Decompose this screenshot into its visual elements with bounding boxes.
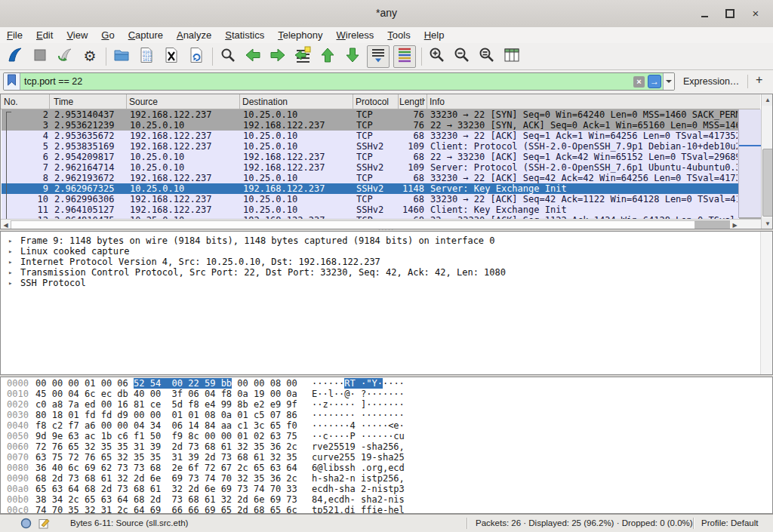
- detail-tree-item[interactable]: ▸Transmission Control Protocol, Src Port…: [1, 267, 756, 278]
- intelligent-scrollbar-minimap[interactable]: [738, 109, 762, 218]
- filter-bookmark-button[interactable]: [4, 73, 20, 90]
- hex-ascii-column[interactable]: rve25519 -sha256,: [312, 441, 405, 452]
- hex-row[interactable]: 003080 18 01 fd fd d9 00 00 01 01 08 0a …: [1, 410, 756, 420]
- save-file-button[interactable]: 010101101011: [136, 46, 157, 67]
- hex-ascii-column[interactable]: ······RT ·"Y·····: [312, 378, 405, 389]
- hex-byte-column[interactable]: 72 76 65 32 35 35 31 39 2d 73 68 61 32 3…: [35, 441, 297, 452]
- column-separator[interactable]: [398, 94, 399, 109]
- hex-row[interactable]: 000000 00 00 01 00 06 52 54 00 22 59 bb …: [1, 378, 756, 389]
- hex-ascii-column[interactable]: ··z····· ]·······: [312, 399, 405, 410]
- hex-byte-column[interactable]: 9d 9e 63 ac 1b c6 f1 50 f9 8c 00 00 01 0…: [35, 431, 297, 441]
- vscrollbar-thumb[interactable]: [762, 149, 773, 217]
- packet-row[interactable]: 92.96296732510.25.0.10192.168.122.237SSH…: [2, 183, 738, 194]
- start-capture-button[interactable]: [5, 46, 26, 67]
- hex-row[interactable]: 008036 40 6c 69 62 73 73 68 2e 6f 72 67 …: [1, 463, 756, 473]
- status-profile[interactable]: Profile: Default: [701, 518, 758, 527]
- capture-comment-icon[interactable]: [38, 518, 50, 532]
- menu-file[interactable]: File: [0, 27, 29, 41]
- hscrollbar-thumb[interactable]: [11, 220, 695, 229]
- menu-analyze[interactable]: Analyze: [170, 27, 218, 41]
- hex-ascii-column[interactable]: curve255 19-sha25: [312, 452, 405, 463]
- hex-ascii-column[interactable]: ·······4 ·····<e·: [312, 420, 405, 431]
- close-button[interactable]: ×: [746, 6, 765, 21]
- hex-byte-column[interactable]: 80 18 01 fd fd d9 00 00 01 01 08 0a 01 c…: [35, 410, 297, 420]
- menu-help[interactable]: Help: [417, 27, 451, 41]
- zoom-out-button[interactable]: [451, 46, 473, 67]
- filter-history-dropdown[interactable]: [663, 73, 674, 90]
- menu-tools[interactable]: Tools: [380, 27, 417, 41]
- menu-telephony[interactable]: Telephony: [271, 27, 329, 41]
- scroll-up-arrow[interactable]: ▲: [762, 94, 773, 106]
- packet-row[interactable]: 62.95420981710.25.0.10192.168.122.237TCP…: [2, 152, 738, 162]
- detail-tree-item[interactable]: ▸Linux cooked capture: [1, 246, 756, 257]
- column-header-length[interactable]: Length: [399, 97, 425, 107]
- column-separator[interactable]: [126, 94, 127, 109]
- menu-go[interactable]: Go: [94, 27, 121, 41]
- scroll-left-arrow[interactable]: ◀: [1, 220, 11, 229]
- hex-byte-column[interactable]: 38 34 2c 65 63 64 68 2d 73 68 61 32 2d 6…: [35, 494, 297, 505]
- details-scrollbar-trough[interactable]: [760, 232, 772, 374]
- scroll-down-arrow[interactable]: ▼: [762, 218, 773, 229]
- hex-ascii-column[interactable]: 84,ecdh- sha2-nis: [312, 494, 405, 505]
- hex-row[interactable]: 00b038 34 2c 65 63 64 68 2d 73 68 61 32 …: [1, 494, 756, 505]
- hex-byte-column[interactable]: 63 75 72 76 65 32 35 35 31 39 2d 73 68 6…: [35, 452, 297, 463]
- hex-byte-column[interactable]: 74 70 35 32 31 2c 64 69 66 66 69 65 2d 6…: [35, 505, 297, 514]
- expand-arrow-icon[interactable]: ▸: [8, 235, 12, 246]
- expand-arrow-icon[interactable]: ▸: [8, 267, 12, 278]
- detail-tree-item[interactable]: ▸SSH Protocol: [1, 278, 756, 288]
- go-forward-button[interactable]: [267, 46, 288, 67]
- hex-row[interactable]: 007063 75 72 76 65 32 35 35 31 39 2d 73 …: [1, 452, 756, 463]
- restart-capture-button[interactable]: [54, 46, 75, 67]
- packet-row[interactable]: 32.95362123910.25.0.10192.168.122.237TCP…: [2, 120, 738, 131]
- display-filter-field[interactable]: tcp.port == 22 × →: [3, 72, 675, 91]
- close-file-button[interactable]: [161, 46, 182, 67]
- capture-options-button[interactable]: ⚙: [79, 46, 100, 67]
- hex-ascii-column[interactable]: ecdh-sha 2-nistp3: [312, 484, 405, 494]
- zoom-in-button[interactable]: [427, 46, 448, 67]
- hex-ascii-column[interactable]: 6@libssh .org,ecd: [312, 463, 405, 473]
- maximize-button[interactable]: [720, 6, 740, 21]
- filter-clear-button[interactable]: ×: [633, 76, 645, 88]
- column-separator[interactable]: [427, 94, 427, 109]
- expand-arrow-icon[interactable]: ▸: [8, 246, 12, 257]
- hex-ascii-column[interactable]: ··c····P ······cu: [312, 431, 405, 441]
- packet-row[interactable]: 112.964105127192.168.122.23710.25.0.10SS…: [2, 204, 738, 215]
- expand-arrow-icon[interactable]: ▸: [8, 257, 12, 267]
- packet-row[interactable]: 72.96216471410.25.0.10192.168.122.237SSH…: [2, 162, 738, 173]
- packet-list-vscrollbar[interactable]: ▲ ▼: [761, 94, 773, 229]
- hex-byte-column[interactable]: 36 40 6c 69 62 73 73 68 2e 6f 72 67 2c 6…: [35, 463, 297, 473]
- menu-statistics[interactable]: Statistics: [218, 27, 271, 41]
- column-separator[interactable]: [353, 94, 353, 109]
- open-file-button[interactable]: [111, 46, 132, 67]
- filter-apply-button[interactable]: →: [648, 75, 661, 88]
- hex-row[interactable]: 0040f8 c2 f7 a6 00 00 04 34 06 14 84 aa …: [1, 420, 756, 431]
- detail-tree-item[interactable]: ▸Internet Protocol Version 4, Src: 10.25…: [1, 257, 756, 267]
- hex-row[interactable]: 006072 76 65 32 35 35 31 39 2d 73 68 61 …: [1, 441, 756, 452]
- menu-view[interactable]: View: [60, 27, 94, 41]
- hex-byte-column[interactable]: f8 c2 f7 a6 00 00 04 34 06 14 84 aa c1 3…: [35, 420, 297, 431]
- hex-byte-column[interactable]: 68 2d 73 68 61 32 2d 6e 69 73 74 70 32 3…: [35, 473, 297, 484]
- stop-capture-button[interactable]: [29, 46, 51, 67]
- column-header-protocol[interactable]: Protocol: [356, 97, 395, 107]
- packet-row[interactable]: 82.962193672192.168.122.23710.25.0.10TCP…: [2, 173, 738, 183]
- column-header-info[interactable]: Info: [430, 97, 656, 107]
- menu-capture[interactable]: Capture: [122, 27, 170, 41]
- go-back-button[interactable]: [242, 46, 263, 67]
- expression-button[interactable]: Expression…: [683, 76, 739, 87]
- minimize-button[interactable]: [694, 6, 714, 21]
- reload-file-button[interactable]: [186, 46, 207, 67]
- hscrollbar-trough[interactable]: [695, 220, 730, 229]
- zoom-original-button[interactable]: [476, 46, 497, 67]
- hex-row[interactable]: 00a065 63 64 68 2d 73 68 61 32 2d 6e 69 …: [1, 484, 756, 494]
- hex-ascii-column[interactable]: tp521,di ffie-hel: [312, 505, 405, 514]
- packet-row[interactable]: 102.962996306192.168.122.23710.25.0.10TC…: [2, 194, 738, 204]
- hex-ascii-column[interactable]: ········ ········: [312, 410, 405, 420]
- hex-ascii-column[interactable]: E··l··@· ?·······: [312, 389, 405, 399]
- filter-input[interactable]: tcp.port == 22: [20, 76, 633, 87]
- hex-byte-column[interactable]: 65 63 64 68 2d 73 68 61 32 2d 6e 69 73 7…: [35, 484, 297, 494]
- detail-tree-item[interactable]: ▸Frame 9: 1148 bytes on wire (9184 bits)…: [1, 235, 756, 246]
- packet-row[interactable]: 22.953140437192.168.122.23710.25.0.10TCP…: [2, 109, 738, 120]
- packet-row[interactable]: 42.953635672192.168.122.23710.25.0.10TCP…: [2, 131, 738, 141]
- expand-arrow-icon[interactable]: ▸: [8, 278, 12, 288]
- find-packet-button[interactable]: [217, 46, 239, 67]
